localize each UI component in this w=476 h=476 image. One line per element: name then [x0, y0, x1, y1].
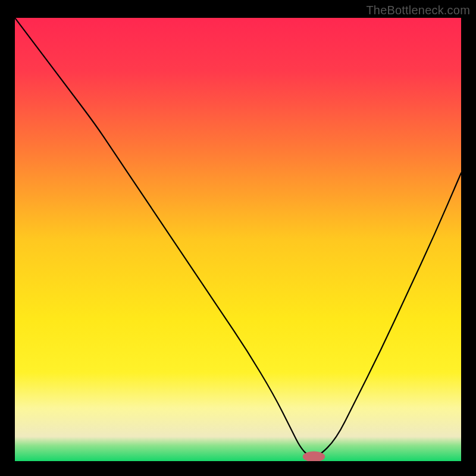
plot-svg: [15, 18, 461, 461]
watermark: TheBottleneck.com: [366, 4, 470, 17]
plot-area: [15, 18, 461, 461]
figure-frame: TheBottleneck.com: [0, 0, 476, 476]
gradient-background: [15, 18, 461, 461]
